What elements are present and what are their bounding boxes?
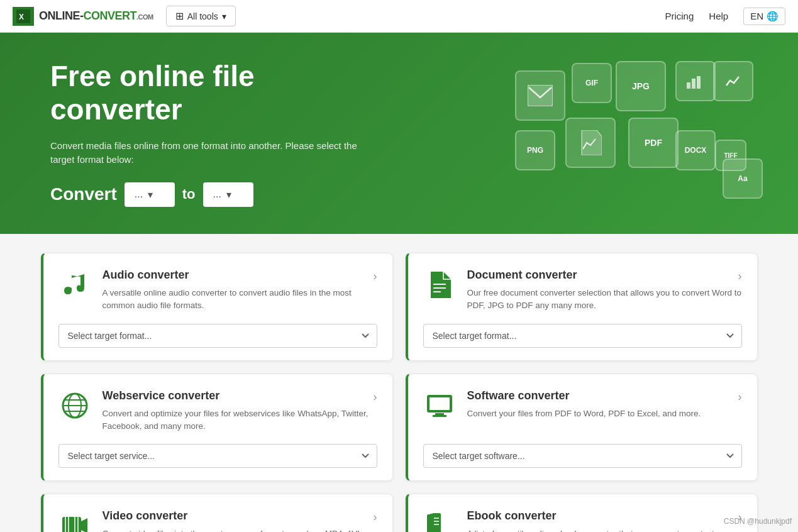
docx-file-icon: DOCX (675, 130, 716, 170)
svg-text:X: X (19, 13, 24, 21)
card-top: Video converter › Convert video files in… (58, 509, 377, 532)
card-top: Audio converter › A versatile online aud… (58, 269, 377, 313)
video-card-title: Video converter (103, 509, 188, 523)
webservice-card-title: Webservice converter (103, 389, 220, 402)
hero-convert-row: Convert ... ▾ to ... ▾ (50, 182, 377, 207)
video-card-icon (58, 509, 91, 532)
hero-right-decoration: GIF JPG PNG PDF DOCX (484, 58, 748, 209)
audio-card-desc: A versatile online audio converter to co… (103, 287, 377, 313)
png-file-icon: PNG (515, 130, 555, 170)
software-card-title: Software converter (467, 389, 570, 402)
audio-card-info: Audio converter › A versatile online aud… (103, 269, 377, 313)
card-top: Document converter › Our free document c… (423, 269, 742, 313)
dropdown-chevron-icon: ▾ (148, 189, 153, 201)
svg-rect-4 (692, 79, 695, 89)
to-label: to (182, 186, 196, 202)
webservice-converter-card: Webservice converter › Convert and optim… (41, 374, 393, 482)
grid-icon: ⊞ (175, 10, 184, 22)
svg-rect-2 (528, 85, 553, 106)
convert-from-dropdown[interactable]: ... ▾ (125, 182, 175, 207)
convert-label: Convert (50, 184, 117, 204)
video-card-desc: Convert video files into the most common… (103, 528, 377, 532)
chart-file-icon (713, 61, 753, 101)
font-file-icon: Aa (723, 158, 763, 199)
card-top: Ebook converter › A list of versatile on… (423, 509, 742, 532)
logo-area: X ONLINE-CONVERT.COM (13, 7, 153, 26)
logo-icon: X (13, 7, 34, 26)
webservice-card-info: Webservice converter › Convert and optim… (103, 389, 377, 433)
document-card-icon (423, 269, 456, 301)
chevron-right-icon: › (738, 270, 742, 283)
convert-to-dropdown[interactable]: ... ▾ (203, 182, 253, 207)
pdf-file-icon: PDF (628, 118, 679, 168)
document-converter-card: Document converter › Our free document c… (406, 253, 758, 361)
webservice-format-select[interactable]: Select target service... (58, 444, 377, 468)
document-card-title: Document converter (467, 269, 577, 282)
card-top: Webservice converter › Convert and optim… (58, 389, 377, 433)
svg-rect-5 (697, 76, 701, 89)
webservice-card-desc: Convert and optimize your files for webs… (103, 407, 377, 433)
ebook-card-icon (423, 509, 456, 532)
hero-title: Free online file converter (50, 60, 377, 126)
chevron-right-icon: › (738, 391, 742, 404)
watermark: CSDN @hudunkjpdf (724, 517, 792, 526)
hero-subtitle: Convert media files online from one form… (50, 139, 377, 167)
ebook-converter-card: Ebook converter › A list of versatile on… (406, 494, 758, 532)
audio-format-select[interactable]: Select target format... (58, 324, 377, 348)
from-value: ... (135, 189, 143, 200)
ebook-card-info: Ebook converter › A list of versatile on… (467, 509, 742, 532)
software-card-info: Software converter › Convert your files … (467, 389, 742, 420)
gif-file-icon: GIF (572, 63, 612, 103)
chevron-right-icon: › (374, 270, 377, 283)
document-card-desc: Our free document converter selection th… (467, 287, 742, 313)
card-top: Software converter › Convert your files … (423, 389, 742, 433)
video-converter-card: Video converter › Convert video files in… (41, 494, 393, 532)
document-format-select[interactable]: Select target format... (423, 324, 742, 348)
language-button[interactable]: EN 🌐 (743, 8, 785, 25)
svg-rect-15 (429, 397, 450, 410)
software-converter-card: Software converter › Convert your files … (406, 374, 758, 482)
converter-cards-grid: Audio converter › A versatile online aud… (41, 253, 758, 532)
hero-left: Free online file converter Convert media… (50, 60, 377, 207)
pricing-link[interactable]: Pricing (665, 11, 694, 21)
logo-text: ONLINE-CONVERT.COM (39, 9, 153, 23)
all-tools-button[interactable]: ⊞ All tools ▾ (166, 6, 236, 26)
webservice-card-icon (58, 389, 91, 422)
audio-card-title: Audio converter (103, 269, 189, 282)
audio-card-icon (58, 269, 91, 301)
video-card-info: Video converter › Convert video files in… (103, 509, 377, 532)
chevron-down-icon: ▾ (222, 11, 226, 21)
email-file-icon (515, 70, 565, 121)
svg-rect-3 (687, 82, 690, 89)
xls-file-icon (675, 61, 716, 101)
audio-converter-card: Audio converter › A versatile online aud… (41, 253, 393, 361)
document-card-info: Document converter › Our free document c… (467, 269, 742, 313)
svg-rect-26 (432, 513, 441, 532)
globe-icon: 🌐 (767, 11, 779, 22)
hero-section: Free online file converter Convert media… (0, 33, 798, 234)
help-link[interactable]: Help (709, 11, 728, 21)
chevron-right-icon: › (374, 391, 377, 404)
jpg-file-icon: JPG (616, 61, 666, 111)
nav-right: Pricing Help EN 🌐 (665, 8, 785, 25)
lang-label: EN (750, 11, 763, 21)
main-content: Audio converter › A versatile online aud… (28, 253, 770, 532)
to-value: ... (213, 189, 221, 200)
ebook-card-title: Ebook converter (467, 509, 557, 523)
svg-marker-19 (81, 518, 87, 532)
dropdown-chevron-icon2: ▾ (226, 189, 231, 201)
svg-rect-17 (433, 415, 446, 417)
chevron-right-icon: › (374, 511, 377, 524)
doc-file-icon (565, 118, 616, 168)
software-format-select[interactable]: Select target software... (423, 444, 742, 468)
navbar: X ONLINE-CONVERT.COM ⊞ All tools ▾ Prici… (0, 0, 798, 33)
software-card-icon (423, 389, 456, 422)
ebook-card-desc: A list of versatile online ebook convert… (467, 528, 742, 532)
all-tools-label: All tools (187, 11, 218, 21)
software-card-desc: Convert your files from PDF to Word, PDF… (467, 407, 742, 420)
